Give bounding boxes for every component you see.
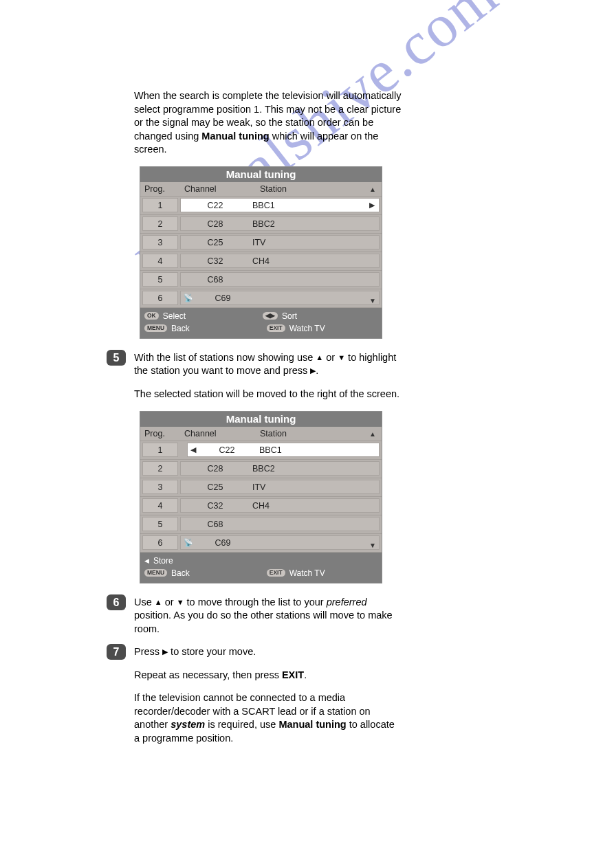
table-row[interactable]: 1 C22 BBC1 ▶ <box>140 197 382 215</box>
table-row[interactable]: 4 C32 CH4 <box>140 252 382 271</box>
col-station: Station <box>256 427 382 441</box>
row-main[interactable]: C32 CH4 <box>180 254 380 268</box>
manual-tuning-menu-2: Manual tuning Prog. Channel Station ▲ 1 … <box>140 411 382 583</box>
scroll-down-icon: ▼ <box>369 297 376 304</box>
prog-cell: 1 <box>142 443 178 457</box>
menu-footer: ◀ Store MENU Back EXIT Watch TV <box>140 553 382 583</box>
triangle-down-icon: ▼ <box>177 597 184 608</box>
channel-value: C69 <box>196 538 250 548</box>
step-5-text-2: The selected station will be moved to th… <box>134 388 402 401</box>
ok-button-icon[interactable]: OK <box>144 312 159 320</box>
text: position. As you do so the other station… <box>134 610 393 634</box>
row-main[interactable]: C32 CH4 <box>180 498 380 513</box>
channel-value: C22 <box>181 201 250 210</box>
row-main[interactable]: C68 <box>180 517 380 531</box>
row-main[interactable]: 📡 C69 <box>180 535 380 550</box>
station-value: CH4 <box>250 501 379 511</box>
channel-value: C68 <box>181 520 250 529</box>
menu-rows: 1 ◀ C22 BBC1 2 C28 BBC2 3 C25 ITV <box>140 441 382 553</box>
row-main[interactable]: C25 ITV <box>180 235 380 249</box>
select-label: Select <box>163 311 186 321</box>
exit-button-icon[interactable]: EXIT <box>267 569 285 577</box>
prog-cell: 2 <box>142 216 178 231</box>
intro-paragraph: When the search is complete the televisi… <box>134 89 402 157</box>
text: to move through the list to your <box>184 597 327 608</box>
row-main[interactable]: C28 BBC2 <box>180 216 380 231</box>
satellite-icon: 📡 <box>181 538 196 547</box>
row-main[interactable]: C22 BBC1 ▶ <box>180 198 380 212</box>
table-row[interactable]: 5 C68 <box>140 271 382 289</box>
store-label: Store <box>153 556 173 566</box>
table-row[interactable]: 5 C68 <box>140 515 382 534</box>
station-value: BBC1 <box>250 201 379 210</box>
triangle-left-icon: ◀ <box>144 557 149 564</box>
step-6: 6 Use ▲ or ▼ to move through the list to… <box>134 596 402 636</box>
menu-button-icon[interactable]: MENU <box>144 324 167 332</box>
channel-value: C32 <box>181 256 250 266</box>
channel-value: C25 <box>181 238 250 247</box>
exit-button-icon[interactable]: EXIT <box>267 324 285 332</box>
watch-tv-label: Watch TV <box>289 568 325 578</box>
channel-value: C69 <box>196 293 250 303</box>
triangle-right-icon: ▶ <box>162 647 168 657</box>
menu-header-row: Prog. Channel Station ▲ <box>140 427 382 441</box>
row-main[interactable]: C68 <box>180 272 380 287</box>
step-5: 5 With the list of stations now showing … <box>134 351 402 401</box>
col-station: Station <box>256 182 382 196</box>
table-row[interactable]: 6 📡 C69 <box>140 534 382 553</box>
prog-cell: 5 <box>142 272 178 287</box>
text: or <box>162 597 177 608</box>
text: Press <box>134 646 162 657</box>
table-row[interactable]: 6 📡 C69 <box>140 289 382 308</box>
table-row[interactable]: 4 C32 CH4 <box>140 497 382 515</box>
prog-cell: 4 <box>142 498 178 513</box>
back-label: Back <box>171 324 190 333</box>
scroll-down-icon: ▼ <box>369 542 376 549</box>
channel-value: C28 <box>181 219 250 229</box>
text: Use <box>134 597 155 608</box>
page-content: When the search is complete the televisi… <box>134 89 402 755</box>
step-badge: 5 <box>107 350 126 366</box>
row-main[interactable]: C25 ITV <box>180 480 380 494</box>
prog-cell: 3 <box>142 235 178 249</box>
step-7: 7 Press ▶ to store your move. Repeat as … <box>134 645 402 745</box>
station-value: ITV <box>250 238 379 247</box>
row-main[interactable]: ◀ C22 BBC1 <box>187 443 380 457</box>
row-main[interactable]: 📡 C69 <box>180 291 380 305</box>
row-main[interactable]: C28 BBC2 <box>180 461 380 476</box>
station-value: ITV <box>250 482 379 492</box>
prog-cell: 5 <box>142 517 178 531</box>
system-label: system <box>171 719 205 730</box>
menu-footer: OK Select ◀▶ Sort MENU Back EXIT Watch T… <box>140 308 382 338</box>
back-label: Back <box>171 568 190 578</box>
step-5-text-1: With the list of stations now showing us… <box>134 351 402 378</box>
exit-label: EXIT <box>282 669 304 680</box>
channel-value: C28 <box>181 464 250 474</box>
table-row[interactable]: 1 ◀ C22 BBC1 <box>140 441 382 460</box>
triangle-up-icon: ▲ <box>155 597 162 608</box>
table-row[interactable]: 3 C25 ITV <box>140 478 382 497</box>
table-row[interactable]: 3 C25 ITV <box>140 234 382 252</box>
text: . <box>304 669 307 680</box>
sort-label: Sort <box>282 311 297 321</box>
prog-cell: 4 <box>142 254 178 268</box>
table-row[interactable]: 2 C28 BBC2 <box>140 460 382 478</box>
prog-cell: 6 <box>142 291 178 305</box>
prog-cell: 3 <box>142 480 178 494</box>
table-row[interactable]: 2 C28 BBC2 <box>140 215 382 234</box>
scroll-up-icon: ▲ <box>369 430 376 438</box>
menu-rows: 1 C22 BBC1 ▶ 2 C28 BBC2 3 C25 ITV <box>140 197 382 308</box>
step-6-text: Use ▲ or ▼ to move through the list to y… <box>134 596 402 636</box>
menu-button-icon[interactable]: MENU <box>144 569 167 577</box>
sort-button-icon[interactable]: ◀▶ <box>263 312 278 320</box>
station-value: BBC2 <box>250 219 379 229</box>
text: Repeat as necessary, then press <box>134 669 282 680</box>
col-prog: Prog. <box>140 427 180 441</box>
triangle-right-icon: ▶ <box>369 201 375 210</box>
triangle-up-icon: ▲ <box>316 353 323 363</box>
col-prog: Prog. <box>140 182 180 196</box>
station-value: BBC1 <box>256 445 379 455</box>
step-badge: 6 <box>107 594 126 610</box>
scroll-up-icon: ▲ <box>369 186 376 193</box>
watch-tv-label: Watch TV <box>289 324 325 333</box>
